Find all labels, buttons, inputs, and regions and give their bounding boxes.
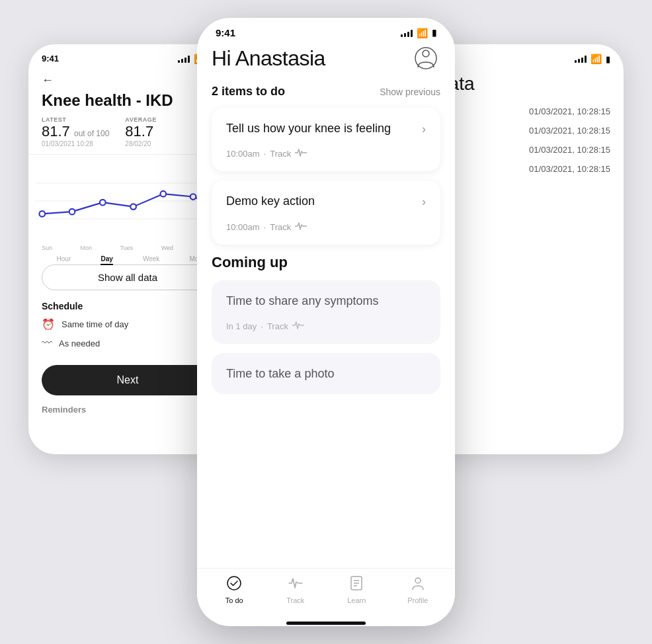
coming-type-1: Track (267, 321, 288, 331)
chevron-icon-1: › (422, 122, 426, 136)
coming-dot-1: · (261, 321, 263, 331)
latest-date: 01/03/2021 10:28 (42, 140, 109, 147)
svg-point-6 (130, 204, 136, 210)
status-bar: 9:41 📶 ▮ (197, 18, 455, 44)
todo-card-1-meta: 10:00am · Track (226, 148, 426, 159)
period-hour[interactable]: Hour (57, 255, 71, 265)
scene: 9:41 📶 ▮ ← Knee health - IKD LATEST 81.7 (28, 18, 624, 626)
svg-point-11 (227, 577, 241, 590)
pulse-icon-1 (295, 148, 307, 159)
app-header: Hi Anastasia (212, 44, 440, 73)
chart-svg (35, 161, 220, 241)
schedule-item-as-needed: 〰 As needed (42, 337, 214, 349)
right-wifi-icon: 📶 (591, 54, 602, 64)
front-wifi-icon: 📶 (417, 28, 428, 38)
timestamp-1: 01/03/2021, 10:28:15 (438, 106, 610, 116)
period-day[interactable]: Day (101, 255, 112, 265)
home-indicator (286, 622, 366, 625)
todo-tab-icon (226, 575, 242, 594)
right-battery-icon: ▮ (606, 54, 610, 64)
pulse-icon-2 (295, 221, 307, 233)
average-date: 28/02/20 (125, 140, 156, 147)
right-data-title: data (425, 68, 624, 100)
todo-card-2-title: Demo key action (226, 194, 315, 209)
period-week[interactable]: Week (143, 255, 159, 265)
coming-up-title: Coming up (212, 254, 440, 271)
svg-point-3 (39, 211, 45, 217)
signal-icon (178, 55, 190, 63)
next-button[interactable]: Next (42, 365, 214, 395)
svg-point-15 (415, 578, 421, 583)
average-label: AVERAGE (125, 116, 156, 123)
dot-separator-2: · (264, 222, 266, 232)
dot-separator-1: · (264, 149, 266, 159)
phone-content[interactable]: Hi Anastasia 2 items to do Show previous… (197, 44, 455, 568)
svg-point-4 (69, 209, 75, 215)
chevron-icon-2: › (422, 195, 426, 209)
learn-tab-label: Learn (347, 596, 366, 604)
phone-front: 9:41 📶 ▮ Hi Anastasia (197, 18, 455, 626)
svg-point-8 (190, 194, 196, 200)
tab-learn[interactable]: Learn (337, 575, 376, 604)
average-stat: AVERAGE 81.7 28/02/20 (125, 116, 156, 147)
items-count: 2 items to do (212, 85, 285, 99)
timestamp-4: 01/03/2021, 10:28:15 (438, 164, 610, 174)
timestamp-3: 01/03/2021, 10:28:15 (438, 145, 610, 155)
phone-right: 📶 ▮ data 01/03/2021, 10:28:15 01/03/2021… (425, 44, 624, 454)
status-icons: 📶 ▮ (401, 28, 436, 38)
chart-day-labels: Sun Mon Tues Wed Thur (35, 243, 220, 253)
svg-point-5 (100, 200, 106, 206)
avatar-icon-svg (414, 46, 438, 70)
todo-card-2[interactable]: Demo key action › 10:00am · Track (212, 181, 440, 244)
coming-up-1-title: Time to share any symptoms (226, 294, 378, 307)
back-time: 9:41 (42, 54, 59, 64)
svg-point-7 (161, 191, 167, 197)
same-time-label: Same time of day (61, 319, 128, 329)
back-title: Knee health - IKD (42, 91, 214, 110)
time-display: 9:41 (216, 27, 235, 38)
right-status-icons: 📶 ▮ (575, 54, 610, 64)
right-status-bar: 📶 ▮ (425, 44, 624, 68)
todo-card-1-title: Tell us how your knee is feeling (226, 121, 391, 136)
timestamp-2: 01/03/2021, 10:28:15 (438, 126, 610, 136)
wave-icon: 〰 (42, 337, 52, 349)
schedule-item-same-time: ⏰ Same time of day (42, 318, 214, 331)
track-tab-icon (288, 575, 304, 594)
show-previous-button[interactable]: Show previous (380, 87, 440, 97)
todo-type-1: Track (270, 149, 291, 159)
svg-point-10 (423, 50, 429, 57)
todo-time-2: 10:00am (226, 222, 260, 232)
right-signal-icon (575, 55, 587, 63)
track-tab-label: Track (286, 596, 304, 604)
alarm-icon: ⏰ (42, 318, 55, 331)
front-signal-icon (401, 29, 413, 37)
data-timestamp-list: 01/03/2021, 10:28:15 01/03/2021, 10:28:1… (425, 100, 624, 181)
back-arrow-button[interactable]: ← (42, 73, 214, 87)
coming-up-1-meta: In 1 day · Track (226, 321, 426, 332)
latest-label: LATEST (42, 116, 109, 123)
todo-card-1-row: Tell us how your knee is feeling › (226, 121, 426, 136)
tab-track[interactable]: Track (276, 575, 315, 604)
average-value: 81.7 (125, 123, 156, 140)
tab-bar: To do Track (197, 568, 455, 618)
greeting-text: Hi Anastasia (212, 46, 325, 71)
coming-pulse-1 (292, 321, 304, 332)
learn-tab-icon (348, 575, 364, 594)
avatar-button[interactable] (411, 44, 440, 73)
todo-card-1[interactable]: Tell us how your knee is feeling › 10:00… (212, 108, 440, 171)
front-battery-icon: ▮ (432, 28, 436, 38)
tab-todo[interactable]: To do (214, 575, 254, 604)
tab-profile[interactable]: Profile (398, 575, 438, 604)
latest-value: 81.7 out of 100 (42, 123, 109, 140)
todo-card-2-meta: 10:00am · Track (226, 221, 426, 233)
coming-up-card-2: Time to take a photo (212, 353, 440, 393)
todo-tab-label: To do (225, 596, 243, 604)
todo-type-2: Track (270, 222, 291, 232)
latest-stat: LATEST 81.7 out of 100 01/03/2021 10:28 (42, 116, 109, 147)
as-needed-label: As needed (59, 339, 100, 348)
coming-up-2-title: Time to take a photo (226, 367, 334, 380)
chart-period-selector[interactable]: Hour Day Week Mo (35, 253, 220, 269)
schedule-title: Schedule (42, 301, 214, 311)
todo-time-1: 10:00am (226, 149, 260, 159)
coming-time-1: In 1 day (226, 321, 257, 331)
